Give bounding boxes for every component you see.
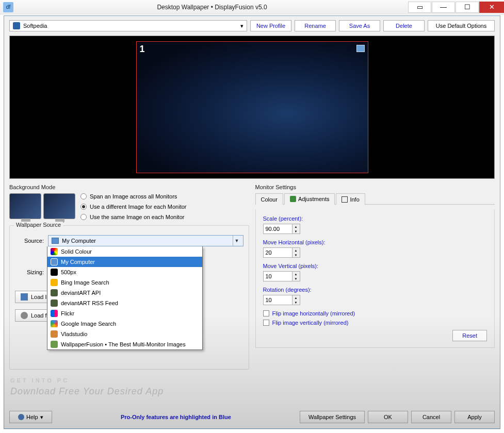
source-option-deviantart-rss[interactable]: deviantART RSS Feed xyxy=(47,298,202,308)
use-defaults-button[interactable]: Use Default Options xyxy=(428,20,495,31)
app-icon: df xyxy=(3,2,13,12)
profile-selected-label: Softpedia xyxy=(23,23,47,29)
rotation-spinner[interactable]: 10▲▼ xyxy=(263,295,300,305)
window-body: Softpedia ▾ New Profile Rename Save As D… xyxy=(4,15,500,429)
adjustments-icon xyxy=(290,196,296,202)
move-horizontal-label: Move Horizontal (pixels): xyxy=(263,239,487,245)
background-mode-legend: Background Mode xyxy=(9,184,249,190)
move-vertical-label: Move Vertical (pixels): xyxy=(263,263,487,269)
title-bar: df Desktop Wallpaper • DisplayFusion v5.… xyxy=(0,0,504,14)
background-mode-group: Background Mode Span an Image across all… xyxy=(9,184,249,220)
wallpaper-source-group: Wallpaper Source Source: My Computer ▼ S… xyxy=(9,225,249,370)
scale-spinner[interactable]: 90.00▲▼ xyxy=(263,224,300,234)
source-option-vladstudio[interactable]: Vladstudio xyxy=(47,329,202,339)
500px-icon xyxy=(51,269,58,276)
right-column: Monitor Settings Colour Adjustments Info… xyxy=(255,184,495,401)
source-selected: My Computer xyxy=(62,238,96,244)
computer-icon xyxy=(51,258,58,265)
vladstudio-icon xyxy=(51,330,58,338)
radio-same-each[interactable]: Use the same Image on each Monitor xyxy=(80,214,187,220)
link-icon xyxy=(21,312,28,319)
system-menu-icon[interactable]: ▭ xyxy=(408,2,431,13)
monitor-settings-legend: Monitor Settings xyxy=(255,184,495,190)
colour-wheel-icon xyxy=(51,248,58,255)
monitor-thumbnails xyxy=(9,193,75,219)
image-icon xyxy=(21,293,28,301)
source-option-bing[interactable]: Bing Image Search xyxy=(47,277,202,288)
chevron-down-icon: ▾ xyxy=(40,414,43,421)
rename-button[interactable]: Rename xyxy=(295,20,336,31)
computer-icon xyxy=(52,238,59,244)
help-button[interactable]: Help▾ xyxy=(9,411,52,423)
chevron-down-icon: ▾ xyxy=(240,23,243,29)
radio-different-each[interactable]: Use a different Image for each Monitor xyxy=(80,204,187,210)
monitor-thumb-1[interactable] xyxy=(9,193,41,219)
new-profile-button[interactable]: New Profile xyxy=(250,20,291,31)
scale-label: Scale (percent): xyxy=(263,215,487,222)
source-option-wallpaperfusion[interactable]: WallpaperFusion • The Best Multi-Monitor… xyxy=(47,339,202,349)
flickr-icon xyxy=(51,310,58,317)
source-option-flickr[interactable]: Flickr xyxy=(47,308,202,319)
source-option-solid-colour[interactable]: Solid Colour xyxy=(47,246,202,257)
info-icon xyxy=(342,196,348,203)
ok-button[interactable]: OK xyxy=(368,411,408,423)
delete-button[interactable]: Delete xyxy=(383,20,425,31)
monitor-preview-1[interactable]: 1 xyxy=(136,41,368,173)
chevron-down-icon: ▼ xyxy=(233,236,241,246)
footer-bar: Help▾ Pro-Only features are highlighted … xyxy=(9,411,495,423)
window-title: Desktop Wallpaper • DisplayFusion v5.0 xyxy=(17,4,408,11)
tab-info[interactable]: Info xyxy=(336,193,365,205)
source-label: Source: xyxy=(15,238,44,244)
help-icon xyxy=(18,414,24,420)
monitor-settings-tabs: Colour Adjustments Info xyxy=(255,193,495,205)
source-option-deviantart-api[interactable]: deviantART API xyxy=(47,288,202,298)
source-dropdown: Solid Colour My Computer 500px Bing Imag… xyxy=(47,246,203,350)
deviantart-icon xyxy=(51,289,58,296)
monitor-icon xyxy=(356,45,365,52)
profile-icon xyxy=(13,22,20,29)
deviantart-icon xyxy=(51,299,58,307)
flip-vertical-checkbox[interactable]: Flip image vertically (mirrored) xyxy=(263,320,487,326)
profile-select[interactable]: Softpedia ▾ xyxy=(9,20,247,31)
maximize-button[interactable]: ☐ xyxy=(456,2,479,13)
left-column: Background Mode Span an Image across all… xyxy=(9,184,249,401)
radio-span-all[interactable]: Span an Image across all Monitors xyxy=(80,193,187,199)
source-option-my-computer[interactable]: My Computer xyxy=(47,257,202,267)
monitor-number-label: 1 xyxy=(140,44,145,55)
reset-button[interactable]: Reset xyxy=(452,330,487,341)
pro-note: Pro-Only features are highlighted in Blu… xyxy=(121,414,231,420)
background-mode-radios: Span an Image across all Monitors Use a … xyxy=(80,193,187,220)
apply-button[interactable]: Apply xyxy=(454,411,495,423)
source-option-500px[interactable]: 500px xyxy=(47,267,202,277)
bing-icon xyxy=(51,279,58,286)
lower-panels: Background Mode Span an Image across all… xyxy=(9,184,495,401)
close-button[interactable]: ✕ xyxy=(479,2,504,13)
wallpaper-preview-panel: 1 xyxy=(9,36,495,179)
tab-adjustments[interactable]: Adjustments xyxy=(284,193,335,205)
wallpaper-source-legend: Wallpaper Source xyxy=(14,222,63,228)
sizing-label: Sizing: xyxy=(15,269,44,275)
rotation-label: Rotation (degrees): xyxy=(263,287,487,293)
minimize-button[interactable]: — xyxy=(432,2,455,13)
google-icon xyxy=(51,320,58,327)
cancel-button[interactable]: Cancel xyxy=(411,411,451,423)
source-option-google[interactable]: Google Image Search xyxy=(47,319,202,329)
wallpaperfusion-icon xyxy=(51,341,58,348)
window-controls: ▭ — ☐ ✕ xyxy=(408,2,504,13)
tab-colour[interactable]: Colour xyxy=(255,193,283,205)
move-vertical-spinner[interactable]: 10▲▼ xyxy=(263,271,300,281)
flip-horizontal-checkbox[interactable]: Flip image horizontally (mirrored) xyxy=(263,310,487,317)
save-as-button[interactable]: Save As xyxy=(339,20,380,31)
move-horizontal-spinner[interactable]: 20▲▼ xyxy=(263,247,300,258)
source-combobox[interactable]: My Computer ▼ xyxy=(48,235,243,246)
monitor-settings-group: Monitor Settings Colour Adjustments Info… xyxy=(255,184,495,348)
adjustments-panel: Scale (percent): 90.00▲▼ Move Horizontal… xyxy=(255,209,495,348)
profile-toolbar: Softpedia ▾ New Profile Rename Save As D… xyxy=(9,20,495,31)
wallpaper-settings-button[interactable]: Wallpaper Settings xyxy=(300,411,365,423)
monitor-thumb-2[interactable] xyxy=(43,193,75,219)
